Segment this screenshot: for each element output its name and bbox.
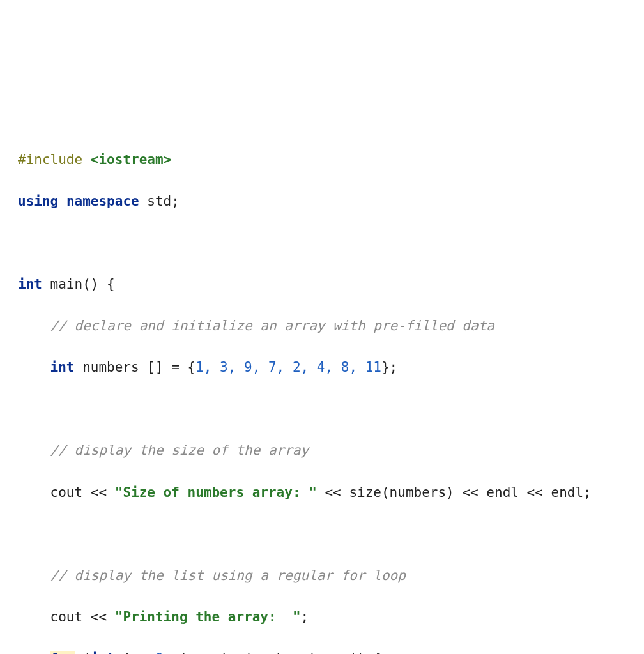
blank-line — [18, 232, 638, 254]
token-ident: std — [147, 194, 171, 209]
token-string: "Size of numbers array: " — [115, 485, 317, 500]
token-op: << — [519, 485, 551, 500]
token-comment: // declare and initialize an array with … — [50, 318, 494, 333]
token-ident: ; i < size(numbers); ++i) { — [164, 651, 381, 654]
token-op: << — [317, 485, 349, 500]
token-ident: main() { — [42, 277, 115, 292]
token-keyword: using — [18, 194, 58, 209]
code-line: // display the size of the array — [18, 440, 638, 461]
token-ident: endl — [486, 485, 519, 500]
token-keyword: int — [50, 360, 75, 375]
code-line: cout << "Size of numbers array: " << siz… — [18, 482, 638, 503]
token-keyword: int — [91, 651, 115, 654]
token-op: << — [82, 609, 115, 625]
token-punct: ; — [171, 194, 180, 209]
code-line: cout << "Printing the array: "; — [18, 607, 638, 628]
token-op: << — [454, 485, 487, 500]
token-include-header: <iostream> — [91, 152, 171, 167]
token-ident: cout — [50, 485, 83, 500]
token-number: 0 — [155, 651, 164, 654]
token-comment: // display the list using a regular for … — [50, 568, 406, 583]
token-preprocessor: #include — [18, 152, 82, 167]
token-comment: // display the size of the array — [50, 443, 309, 458]
code-line: #include <iostream> — [18, 149, 638, 171]
blank-line — [18, 399, 638, 420]
token-ident: numbers [] = { — [75, 360, 196, 375]
token-punct: }; — [381, 360, 397, 375]
token-keyword: int — [18, 277, 42, 292]
code-line: // declare and initialize an array with … — [18, 316, 638, 337]
token-ident: cout — [50, 609, 83, 625]
token-number: 1, 3, 9, 7, 2, 4, 8, 11 — [195, 360, 381, 375]
code-line: int numbers [] = {1, 3, 9, 7, 2, 4, 8, 1… — [18, 357, 638, 378]
code-editor: #include <iostream> using namespace std;… — [0, 87, 638, 654]
token-punct: ; — [583, 485, 592, 500]
code-line: for (int i = 0; i < size(numbers); ++i) … — [18, 648, 638, 654]
token-string: "Printing the array: " — [115, 609, 301, 625]
token-punct: ; — [301, 609, 309, 625]
token-ident: i = — [115, 651, 155, 654]
token-op: << — [82, 485, 115, 500]
blank-line — [18, 524, 638, 545]
code-line: using namespace std; — [18, 191, 638, 212]
token-ident: endl — [551, 485, 584, 500]
token-keyword-highlight: for — [50, 651, 75, 654]
token-keyword: namespace — [66, 194, 139, 209]
code-line: int main() { — [18, 274, 638, 295]
gutter — [0, 87, 8, 654]
code-line: // display the list using a regular for … — [18, 565, 638, 586]
token-punct: ( — [75, 651, 91, 654]
token-call: size(numbers) — [349, 485, 454, 500]
